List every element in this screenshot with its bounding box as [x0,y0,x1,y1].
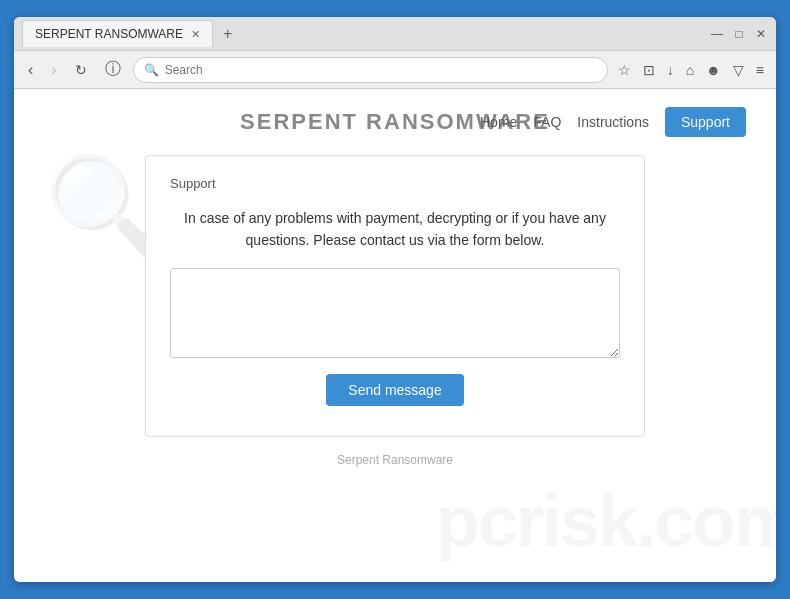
close-button[interactable]: ✕ [754,27,768,41]
message-textarea[interactable] [170,268,620,358]
footer-text: Serpent Ransomware [337,453,453,467]
title-bar: SERPENT RANSOMWARE ✕ + — □ ✕ [14,17,776,51]
send-button[interactable]: Send message [326,374,463,406]
bookmark-icon[interactable]: ☆ [614,60,635,80]
window-controls: — □ ✕ [710,27,768,41]
back-button[interactable]: ‹ [22,59,39,81]
page-content: 🔍 pcrisk.com SERPENT RANSOMWARE Home FAQ… [14,89,776,582]
forward-button[interactable]: › [45,59,62,81]
nav-home[interactable]: Home [480,114,517,130]
site-nav: Home FAQ Instructions Support [480,107,746,137]
nav-support-button[interactable]: Support [665,107,746,137]
tab-title: SERPENT RANSOMWARE [35,27,183,41]
maximize-button[interactable]: □ [732,27,746,41]
vpn-icon[interactable]: ▽ [729,60,748,80]
browser-window: SERPENT RANSOMWARE ✕ + — □ ✕ ‹ › ↻ ⓘ 🔍 ☆… [14,17,776,582]
watermark-text: pcrisk.com [436,480,776,562]
new-tab-button[interactable]: + [217,23,238,45]
account-icon[interactable]: ☻ [702,60,725,80]
nav-instructions[interactable]: Instructions [577,114,649,130]
home-icon[interactable]: ⌂ [682,60,698,80]
download-icon[interactable]: ↓ [663,60,678,80]
support-card: Support In case of any problems with pay… [145,155,645,437]
card-description: In case of any problems with payment, de… [170,207,620,252]
browser-toolbar: ‹ › ↻ ⓘ 🔍 ☆ ⊡ ↓ ⌂ ☻ ▽ ≡ [14,51,776,89]
search-icon: 🔍 [144,63,159,77]
browser-tab[interactable]: SERPENT RANSOMWARE ✕ [22,20,213,47]
minimize-button[interactable]: — [710,27,724,41]
info-button[interactable]: ⓘ [99,57,127,82]
save-icon[interactable]: ⊡ [639,60,659,80]
address-bar[interactable]: 🔍 [133,57,608,83]
tab-close-button[interactable]: ✕ [191,28,200,41]
card-title: Support [170,176,620,191]
toolbar-icons: ☆ ⊡ ↓ ⌂ ☻ ▽ ≡ [614,60,768,80]
menu-icon[interactable]: ≡ [752,60,768,80]
nav-faq[interactable]: FAQ [533,114,561,130]
refresh-button[interactable]: ↻ [69,60,93,80]
site-header: SERPENT RANSOMWARE Home FAQ Instructions… [14,89,776,155]
address-input[interactable] [165,63,597,77]
site-footer: Serpent Ransomware [14,437,776,483]
